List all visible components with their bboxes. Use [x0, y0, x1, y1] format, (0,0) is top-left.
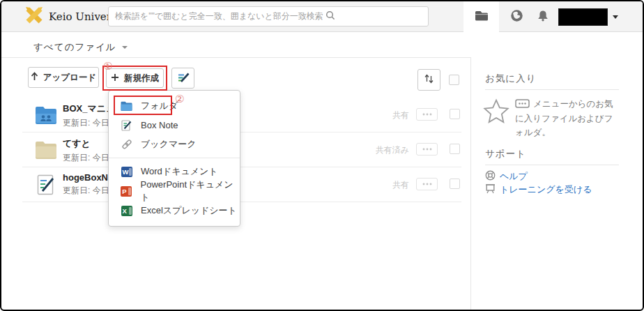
ellipsis-icon [422, 148, 432, 151]
support-divider [485, 165, 619, 165]
table-row[interactable]: hogeBoxNote 更新日: 今日、 共有 [22, 167, 461, 202]
search-input[interactable]: 検索語を""で囲むと完全一致、囲まないと部分一致検索 [108, 6, 429, 26]
row-checkbox[interactable] [450, 144, 460, 154]
favorites-divider [485, 89, 619, 90]
sidebar-divider [470, 57, 471, 311]
training-link[interactable]: トレーニングを受ける [485, 183, 592, 196]
folder-icon [35, 140, 57, 162]
sort-arrows-icon [424, 73, 434, 86]
row-checkbox[interactable] [450, 179, 460, 189]
files-folder-icon [475, 10, 489, 24]
annotation-step-2: ② [175, 93, 184, 105]
content-divider [1, 57, 470, 58]
keio-crossed-pens-icon [25, 7, 43, 26]
folder-icon [121, 101, 132, 111]
upload-button[interactable]: アップロード [28, 67, 99, 88]
globe-button[interactable] [505, 1, 528, 32]
table-row[interactable]: てすと 更新日: 今日、 共有済み [22, 132, 461, 167]
support-heading: サポート [485, 148, 526, 160]
bookmark-link-icon [121, 139, 132, 150]
powerpoint-icon: P [121, 186, 132, 197]
favorites-heading: お気に入り [485, 73, 536, 85]
word-icon: W [121, 167, 132, 177]
more-options-button[interactable] [416, 178, 438, 190]
star-icon [483, 98, 509, 127]
breadcrumb[interactable]: すべてのファイル [33, 38, 128, 56]
new-button[interactable]: 新規作成 [106, 68, 164, 88]
new-dropdown-menu: フォルダ Box Note [108, 90, 240, 227]
search-icon [325, 10, 335, 23]
share-status[interactable]: 共有済み [376, 144, 409, 156]
table-row[interactable]: BOX_マニュア 更新日: 今日、 共有 [22, 98, 461, 132]
menu-item-label: フォルダ [141, 100, 178, 112]
menu-item-label: Wordドキュメント [141, 165, 218, 178]
more-options-button[interactable] [416, 108, 438, 121]
help-label: ヘルプ [500, 170, 528, 183]
new-label: 新規作成 [124, 73, 159, 84]
note-pen-icon [177, 72, 190, 85]
help-buoy-icon [485, 170, 496, 183]
box-files-window: Keio University 検索語を""で囲むと完全一致、囲まないと部分一致… [0, 0, 644, 311]
collab-folder-icon [35, 105, 57, 127]
share-status[interactable]: 共有 [392, 179, 409, 191]
annotation-step-1: ① [103, 60, 112, 73]
sort-button[interactable] [417, 69, 440, 91]
menu-item-label: PowerPointドキュメント [141, 179, 240, 204]
new-note-button[interactable] [171, 68, 194, 89]
more-options-button[interactable] [416, 143, 438, 156]
excel-icon: X [121, 206, 132, 216]
boxnote-icon [121, 120, 132, 131]
menu-item-label: Box Note [141, 120, 178, 130]
bell-icon [537, 10, 549, 24]
menu-item-powerpoint[interactable]: P PowerPointドキュメント [109, 181, 240, 201]
globe-icon [510, 9, 523, 25]
ellipsis-menu-icon [515, 99, 530, 112]
row-checkbox[interactable] [450, 109, 460, 119]
ellipsis-icon [422, 183, 432, 185]
user-menu-caret-icon[interactable] [613, 15, 618, 19]
top-bar: Keio University 検索語を""で囲むと完全一致、囲まないと部分一致… [1, 1, 643, 32]
upload-arrow-icon [31, 72, 38, 83]
help-link[interactable]: ヘルプ [485, 170, 528, 183]
upload-label: アップロード [43, 72, 96, 84]
select-all-checkbox[interactable] [449, 75, 459, 85]
share-status[interactable]: 共有 [392, 109, 409, 121]
chevron-down-icon [122, 46, 128, 49]
boxnote-file-icon [37, 174, 55, 198]
nav-files-tab[interactable] [463, 1, 499, 32]
menu-item-boxnote[interactable]: Box Note [109, 116, 240, 135]
menu-item-label: Excelスプレッドシート [141, 204, 237, 217]
search-placeholder: 検索語を""で囲むと完全一致、囲まないと部分一致検索 [115, 10, 323, 22]
notifications-button[interactable] [532, 1, 554, 32]
user-name-redacted[interactable] [558, 8, 608, 26]
training-label: トレーニングを受ける [500, 183, 592, 196]
menu-divider [109, 158, 240, 158]
presentation-icon [485, 183, 496, 196]
menu-item-folder[interactable]: フォルダ [109, 96, 240, 116]
breadcrumb-label: すべてのファイル [33, 41, 116, 54]
menu-item-label: ブックマーク [141, 138, 197, 151]
menu-item-excel[interactable]: X Excelスプレッドシート [109, 201, 240, 220]
favorites-description: メニューからのお気に入りファイルおよびフォルダ。 [515, 98, 621, 139]
plus-icon [111, 73, 119, 84]
menu-item-bookmark[interactable]: ブックマーク [109, 135, 240, 155]
ellipsis-icon [422, 113, 432, 116]
